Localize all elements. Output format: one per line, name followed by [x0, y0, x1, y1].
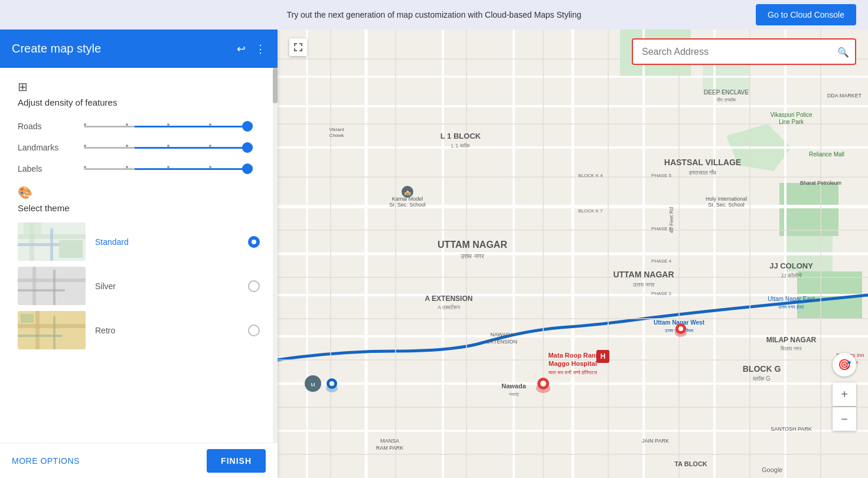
svg-rect-9: [32, 267, 36, 305]
svg-point-125: [329, 381, 334, 386]
sidebar-content: ⊞ Adjust density of features Roads: [0, 68, 278, 443]
undo-icon[interactable]: ↩: [237, 42, 246, 55]
roads-slider-container[interactable]: [84, 126, 253, 127]
density-section: ⊞ Adjust density of features Roads: [18, 80, 260, 173]
sidebar-header: Create map style ↩ ⋮: [0, 30, 278, 68]
svg-text:A एक्सटेंशन: A एक्सटेंशन: [438, 304, 461, 310]
svg-text:MILAP NAGAR: MILAP NAGAR: [766, 336, 817, 344]
more-options-button[interactable]: MORE OPTIONS: [12, 456, 80, 466]
svg-text:हस्तसाल गाँव: हस्तसाल गाँव: [688, 169, 717, 176]
sidebar-scrollbar-track[interactable]: [273, 68, 278, 443]
svg-text:Sr. Sec. School: Sr. Sec. School: [389, 202, 426, 208]
search-icon: 🔍: [837, 46, 849, 57]
map-background: UTTAM NAGAR उत्तम नगर UTTAM NAGAR उत्तम …: [278, 30, 868, 478]
svg-text:UTTAM NAGAR: UTTAM NAGAR: [438, 240, 507, 250]
labels-slider-track: [84, 168, 253, 170]
svg-text:PHASE 2: PHASE 2: [651, 291, 671, 296]
landmarks-slider-container[interactable]: [84, 147, 253, 149]
svg-text:JJ कॉलोनी: JJ कॉलोनी: [781, 272, 802, 279]
theme-label-silver: Silver: [95, 281, 248, 291]
svg-text:Vikrant: Vikrant: [329, 127, 345, 132]
roads-slider-thumb[interactable]: [242, 121, 253, 132]
landmarks-slider-row: Landmarks: [18, 143, 260, 152]
roads-slider-track: [84, 126, 253, 127]
theme-radio-standard[interactable]: [248, 236, 260, 248]
theme-radio-silver[interactable]: [248, 280, 260, 292]
dot: [84, 166, 86, 168]
theme-label-retro: Retro: [95, 326, 248, 335]
sidebar: Create map style ↩ ⋮ ⊞ Adjust density of…: [0, 30, 278, 478]
zoom-out-button[interactable]: −: [833, 407, 856, 431]
svg-text:Maggo Hospital: Maggo Hospital: [549, 360, 597, 367]
zoom-controls: 🎯 + −: [833, 353, 856, 431]
labels-slider-dots: [84, 166, 253, 168]
dot: [126, 123, 128, 126]
svg-text:BLOCK G: BLOCK G: [743, 364, 781, 374]
svg-text:NAWADA: NAWADA: [491, 332, 514, 338]
dot: [84, 123, 86, 126]
map-area: UTTAM NAGAR उत्तम नगर UTTAM NAGAR उत्तम …: [278, 30, 868, 478]
cloud-console-button[interactable]: Go to Cloud Console: [756, 4, 856, 25]
svg-text:RAM PARK: RAM PARK: [376, 445, 403, 451]
svg-text:UTTAM NAGAR: UTTAM NAGAR: [613, 270, 674, 279]
svg-text:उत्तम नगर ईस्ट: उत्तम नगर ईस्ट: [778, 304, 804, 310]
theme-radio-retro[interactable]: [248, 325, 260, 336]
svg-text:M: M: [311, 382, 315, 388]
svg-rect-16: [53, 316, 56, 349]
landmarks-slider-track: [84, 147, 253, 149]
banner-text: Try out the next generation of map custo…: [286, 10, 581, 19]
location-button[interactable]: 🎯: [833, 353, 856, 376]
labels-slider-container[interactable]: [84, 168, 253, 170]
theme-item-silver[interactable]: Silver: [18, 267, 260, 305]
svg-text:TA BLOCK: TA BLOCK: [674, 460, 707, 467]
map-expand-button[interactable]: [289, 38, 307, 56]
svg-text:Uttam Nagar East: Uttam Nagar East: [768, 296, 815, 302]
svg-text:उत्तम नगर: उत्तम नगर: [632, 281, 655, 288]
svg-text:उत्तम नगर: उत्तम नगर: [460, 253, 484, 260]
search-input[interactable]: [632, 38, 856, 65]
svg-point-122: [678, 326, 683, 331]
map-svg: UTTAM NAGAR उत्तम नगर UTTAM NAGAR उत्तम …: [278, 30, 868, 478]
svg-text:SANTOSH PARK: SANTOSH PARK: [771, 426, 812, 432]
svg-rect-14: [35, 311, 40, 349]
dot: [167, 145, 169, 147]
density-title: Adjust density of features: [18, 97, 260, 107]
svg-rect-22: [779, 183, 838, 236]
svg-rect-5: [24, 222, 41, 234]
sidebar-scrollbar-thumb: [273, 68, 278, 103]
theme-title: Select theme: [18, 203, 260, 213]
finish-button[interactable]: FINISH: [207, 449, 266, 473]
svg-rect-11: [53, 270, 56, 305]
landmarks-label: Landmarks: [18, 143, 77, 152]
svg-text:Chowk: Chowk: [329, 133, 344, 138]
svg-text:L 1 ब्लॉक: L 1 ब्लॉक: [451, 143, 470, 149]
landmarks-slider-thumb[interactable]: [242, 142, 253, 153]
svg-text:🏫: 🏫: [404, 188, 412, 196]
dot: [209, 123, 211, 126]
svg-text:A EXTENSION: A EXTENSION: [425, 294, 473, 303]
dot: [209, 166, 211, 168]
main-container: Create map style ↩ ⋮ ⊞ Adjust density of…: [0, 30, 868, 478]
theme-item-retro[interactable]: Retro: [18, 311, 260, 349]
svg-text:माता रूप रानी मग्गो हॉस्पिटल: माता रूप रानी मग्गो हॉस्पिटल: [548, 369, 598, 375]
svg-rect-6: [59, 240, 83, 258]
dot: [126, 145, 128, 147]
svg-text:Google: Google: [762, 466, 782, 473]
svg-text:Nawada: Nawada: [501, 382, 526, 389]
svg-rect-17: [21, 314, 34, 323]
dot: [84, 145, 86, 147]
theme-item-standard[interactable]: Standard: [18, 222, 260, 261]
svg-rect-4: [50, 228, 53, 261]
svg-text:JAIN PARK: JAIN PARK: [642, 438, 669, 444]
svg-text:BLOCK K 4: BLOCK K 4: [578, 173, 603, 178]
dot: [126, 166, 128, 168]
sidebar-header-icons: ↩ ⋮: [237, 42, 266, 55]
svg-text:नवादा: नवादा: [508, 392, 519, 397]
more-vert-icon[interactable]: ⋮: [255, 42, 266, 55]
labels-slider-thumb[interactable]: [242, 163, 253, 174]
svg-text:Mata Roop Rani: Mata Roop Rani: [548, 352, 597, 359]
svg-text:दीप एन्क्लेव: दीप एन्क्लेव: [716, 97, 736, 103]
svg-text:HASTSAL VILLAGE: HASTSAL VILLAGE: [664, 158, 741, 167]
zoom-in-button[interactable]: +: [833, 382, 856, 406]
search-bar-container: 🔍: [632, 38, 856, 65]
